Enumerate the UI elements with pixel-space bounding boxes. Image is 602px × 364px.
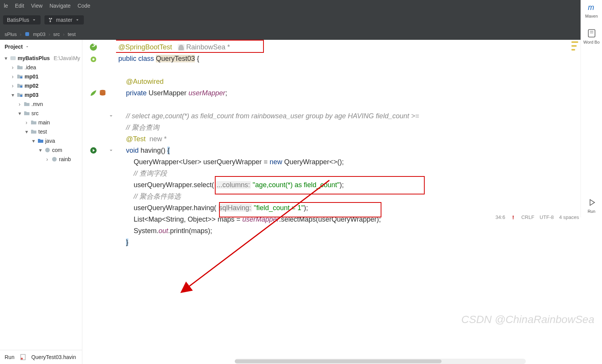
module-icon [17,83,23,89]
svg-point-11 [100,90,106,92]
twisty-icon[interactable]: › [10,64,15,70]
folder-icon [31,119,37,126]
svg-point-10 [92,58,95,60]
tree-row[interactable]: ›mp01 [0,72,82,81]
maven-tool-button[interactable]: m Maven [585,2,598,18]
twisty-icon[interactable]: › [10,83,15,89]
twisty-icon[interactable]: › [44,156,50,162]
scrollbar-thumb[interactable] [235,359,442,363]
twisty-open-icon[interactable]: ▾ [3,55,8,61]
tree-row[interactable]: ›mp02 [0,81,82,90]
indent-settings[interactable]: 4 spaces [559,214,579,220]
menu-code[interactable]: Code [77,3,90,9]
fold-column [105,40,116,364]
menu-view[interactable]: View [31,3,43,9]
main-menu: le Edit View Navigate Code [0,0,602,11]
maven-icon: m [587,2,597,12]
svg-rect-3 [20,86,22,88]
twisty-icon[interactable]: ▾ [10,92,15,98]
crumb[interactable]: sPlus [5,31,17,37]
run-icon [587,198,597,207]
branch-name: master [56,17,72,23]
toolbar: BatisPlus master [0,11,602,28]
module-icon [17,73,23,80]
twisty-icon[interactable]: › [17,101,22,107]
tree-root[interactable]: ▾ myBatisPlus E:\Java\My [0,54,82,63]
crumb[interactable]: test [68,31,76,37]
svg-text:m: m [588,3,594,11]
project-selector[interactable]: BatisPlus [3,15,41,24]
file-encoding[interactable]: UTF-8 [540,214,554,220]
spring-icon[interactable] [89,43,98,51]
svg-rect-23 [513,218,514,219]
project-tree[interactable]: ▾ myBatisPlus E:\Java\My ›.idea›mp01›mp0… [0,54,82,350]
code-editor[interactable]: @SpringBootTest RainbowSea * public clas… [116,40,602,364]
fold-collapse-icon[interactable] [108,148,114,153]
run-tool-tab[interactable]: Run QueryTest03.havin [0,350,82,364]
svg-rect-14 [588,29,595,37]
src-icon [38,138,44,144]
wordbook-tool-button[interactable]: Word Bo [583,28,600,44]
crumb[interactable]: mp03 [33,31,46,37]
chevron-down-icon [31,17,37,23]
tree-row[interactable]: ›.mvn [0,100,82,109]
editor-gutter [82,40,105,364]
sidebar: Project ▾ myBatisPlus E:\Java\My ›.idea›… [0,40,82,364]
twisty-icon[interactable]: ▾ [24,129,29,135]
project-name: BatisPlus [7,17,29,23]
branch-icon [48,17,54,23]
project-icon [10,55,16,61]
git-branch-selector[interactable]: master [44,15,84,24]
tree-row[interactable]: ▾mp03 [0,90,82,100]
breadcrumbs: sPlus› mp03› src› test [0,28,602,40]
editor-status-bar: 34:6 CRLF UTF-8 4 spaces [496,214,579,220]
editor-minimap[interactable] [571,41,579,53]
twisty-icon[interactable]: ▾ [31,138,36,144]
chevron-down-icon [75,17,80,23]
module-icon [17,92,23,98]
test-file-icon [20,354,26,360]
editor-horizontal-scrollbar[interactable] [235,359,526,364]
menu-navigate[interactable]: Navigate [49,3,70,9]
twisty-icon[interactable]: › [24,119,29,126]
twisty-icon[interactable]: ▾ [17,110,22,116]
pkg-icon [44,147,51,153]
caret-position[interactable]: 34:6 [496,214,505,220]
module-icon [25,31,30,37]
folder-icon [17,64,23,70]
book-icon [587,28,597,38]
pkg-icon [51,156,57,162]
tree-row[interactable]: ▾src [0,109,82,118]
menu-file[interactable]: le [4,3,8,9]
svg-point-8 [21,358,23,360]
svg-rect-4 [20,95,22,97]
folder-icon [24,101,30,107]
twisty-icon[interactable]: ▾ [38,147,43,153]
folder-icon [24,110,30,116]
svg-point-6 [52,157,57,162]
svg-rect-1 [10,56,16,60]
right-tool-rail: m Maven Word Bo Run [581,0,602,217]
fold-collapse-icon[interactable] [108,113,114,119]
svg-rect-2 [20,77,22,78]
spring-leaf-icon[interactable] [89,89,98,97]
line-separator[interactable]: CRLF [521,214,534,220]
chevron-down-icon [25,44,29,49]
twisty-icon[interactable]: › [10,73,15,80]
crumb[interactable]: src [53,31,60,37]
tree-row[interactable]: ▾java [0,136,82,145]
tree-row[interactable]: ▾com [0,145,82,155]
author-icon [178,44,185,51]
svg-rect-0 [25,32,29,36]
tree-row[interactable]: ›rainb [0,155,82,164]
spring-bean-icon[interactable] [89,55,98,64]
project-tool-header[interactable]: Project [0,40,82,54]
tree-row[interactable]: ▾test [0,127,82,136]
run-tool-button[interactable]: Run [587,198,597,214]
run-test-gutter-icon[interactable] [89,146,98,155]
tree-row[interactable]: ›.idea [0,63,82,72]
warning-icon[interactable] [510,215,516,220]
menu-edit[interactable]: Edit [15,3,24,9]
folder-icon [31,129,37,135]
tree-row[interactable]: ›main [0,118,82,127]
